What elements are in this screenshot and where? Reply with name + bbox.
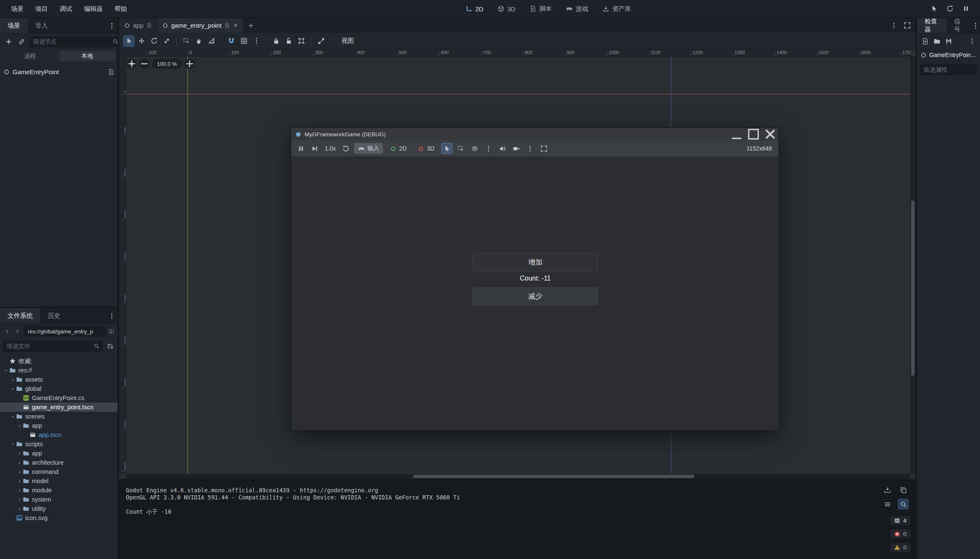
list-select-mode-button[interactable]	[455, 143, 466, 154]
instantiate-scene-button[interactable]	[16, 36, 27, 47]
zoom-in-button[interactable]	[185, 59, 195, 69]
tab-remote[interactable]: 远程	[3, 51, 58, 61]
grid-snap-button[interactable]	[238, 35, 250, 47]
select-mode-button[interactable]	[441, 143, 452, 154]
group-node-button[interactable]	[295, 35, 307, 47]
snap-options-button[interactable]	[250, 35, 262, 47]
menu-editor[interactable]: 编辑器	[78, 0, 109, 18]
mode-3d-button[interactable]: 3D	[414, 143, 438, 153]
select-tool-button[interactable]	[123, 35, 135, 47]
expand-icon[interactable]	[16, 450, 23, 456]
inspector-dock-tab-menu-button[interactable]	[971, 20, 980, 31]
dir-utility[interactable]: utility	[0, 504, 117, 513]
close-button[interactable]	[762, 128, 779, 140]
horizontal-scrollbar[interactable]	[126, 474, 910, 479]
collapse-icon[interactable]	[9, 386, 16, 392]
game-window-titlebar[interactable]: MyGFrameworkGame (DEBUG)	[291, 128, 779, 140]
camera-override-button[interactable]	[511, 143, 521, 154]
horizontal-scrollbar-thumb[interactable]	[413, 475, 694, 478]
search-log-button[interactable]	[898, 499, 909, 510]
vertical-scrollbar-thumb[interactable]	[911, 200, 915, 376]
tab-scene[interactable]: 场景	[0, 18, 28, 33]
menu-help[interactable]: 帮助	[109, 0, 133, 18]
add-node-button[interactable]	[3, 36, 14, 47]
pause-game-button[interactable]	[295, 143, 306, 154]
vertical-scrollbar[interactable]	[910, 56, 915, 474]
ruler-tool-button[interactable]	[206, 35, 217, 47]
camera-options-button[interactable]	[524, 143, 535, 154]
filesystem-dock-tab-menu-button[interactable]	[106, 310, 117, 322]
dir-global[interactable]: global	[0, 384, 117, 393]
load-resource-button[interactable]	[931, 36, 942, 47]
lock-node-button[interactable]	[270, 35, 282, 47]
fav-root[interactable]: 收藏:	[0, 356, 117, 366]
pan-tool-button[interactable]	[193, 35, 205, 47]
collapse-icon[interactable]	[9, 413, 16, 419]
zoom-level-label[interactable]: 100.0 %	[152, 59, 182, 69]
collapse-icon[interactable]	[16, 423, 23, 429]
file-game-entry-point-tscn[interactable]: game_entry_point.tscn	[0, 403, 117, 412]
dir-app[interactable]: app	[0, 421, 117, 430]
property-filter-input[interactable]	[923, 66, 974, 73]
dir-model[interactable]: model	[0, 476, 117, 486]
expand-icon[interactable]	[16, 487, 23, 493]
split-view-button[interactable]	[108, 326, 115, 336]
file-sort-button[interactable]	[105, 341, 115, 351]
skeleton-options-button[interactable]	[315, 35, 327, 47]
embed-fullscreen-button[interactable]	[538, 143, 549, 154]
expand-icon[interactable]	[16, 497, 23, 502]
reset-speed-button[interactable]	[340, 143, 351, 154]
node-gameentrypoint[interactable]: GameEntryPoint	[0, 66, 117, 78]
distraction-free-button[interactable]	[902, 21, 912, 31]
close-tab-icon[interactable]	[233, 23, 238, 28]
file-icon-svg[interactable]: icon.svg	[0, 513, 117, 523]
collapse-icon[interactable]	[9, 441, 16, 447]
tab-signals[interactable]: 信号	[946, 18, 971, 33]
save-resource-button[interactable]	[943, 36, 954, 47]
view-menu-button[interactable]: 视图	[336, 35, 359, 47]
scene-filter-input[interactable]	[32, 38, 110, 45]
center-view-button[interactable]	[127, 59, 137, 69]
edited-object-row[interactable]: GameEntryPoint...	[917, 49, 980, 61]
tab-filesystem[interactable]: 文件系统	[0, 308, 40, 323]
workspace-game[interactable]: 游戏	[561, 3, 593, 15]
move-tool-button[interactable]	[136, 35, 147, 47]
workspace-script[interactable]: 脚本	[524, 3, 557, 15]
unlock-node-button[interactable]	[283, 35, 295, 47]
workspace-3d[interactable]: 3D	[493, 3, 520, 15]
rotate-tool-button[interactable]	[148, 35, 160, 47]
expand-icon[interactable]	[16, 469, 23, 475]
expand-icon[interactable]	[16, 506, 23, 512]
attached-script-icon[interactable]	[108, 69, 114, 75]
inspector-menu-button[interactable]	[967, 36, 977, 47]
dir-scripts-app[interactable]: app	[0, 449, 117, 458]
collapse-duplicates-button[interactable]	[882, 499, 893, 510]
tab-local[interactable]: 本地	[60, 51, 115, 61]
mute-audio-button[interactable]	[497, 143, 508, 154]
workspace-assetlib[interactable]: 资产库	[597, 3, 636, 15]
expand-icon[interactable]	[16, 460, 23, 465]
menu-scene[interactable]: 场景	[5, 0, 29, 18]
menu-project[interactable]: 项目	[29, 0, 54, 18]
input-mode-button[interactable]: 输入	[354, 143, 383, 154]
menu-debug[interactable]: 调试	[54, 0, 78, 18]
dir-system[interactable]: system	[0, 495, 117, 504]
messages-badge[interactable]: 4	[890, 516, 910, 525]
speed-dropdown[interactable]: 1.0x	[323, 145, 337, 152]
horizontal-ruler[interactable]: -100010020030040050060070080090010001100…	[126, 49, 910, 57]
workspace-2d[interactable]: 2D	[461, 3, 488, 15]
dir-assets[interactable]: assets	[0, 375, 117, 384]
scene-tab-app[interactable]: app	[119, 18, 157, 33]
pause-scene-button[interactable]	[960, 3, 972, 15]
vertical-ruler[interactable]: 0100200300400500600700800900	[119, 56, 126, 474]
warnings-badge[interactable]: 0	[890, 543, 910, 552]
game-focus-button[interactable]	[928, 3, 940, 15]
dir-scenes[interactable]: scenes	[0, 412, 117, 421]
dir-command[interactable]: command	[0, 467, 117, 476]
scene-dock-tab-menu-button[interactable]	[106, 20, 117, 31]
mode-2d-button[interactable]: 2D	[386, 143, 411, 153]
smart-snap-button[interactable]	[225, 35, 237, 47]
selection-options-button[interactable]	[483, 143, 494, 154]
current-path-input[interactable]	[27, 328, 103, 335]
box-select-button[interactable]	[180, 35, 192, 47]
